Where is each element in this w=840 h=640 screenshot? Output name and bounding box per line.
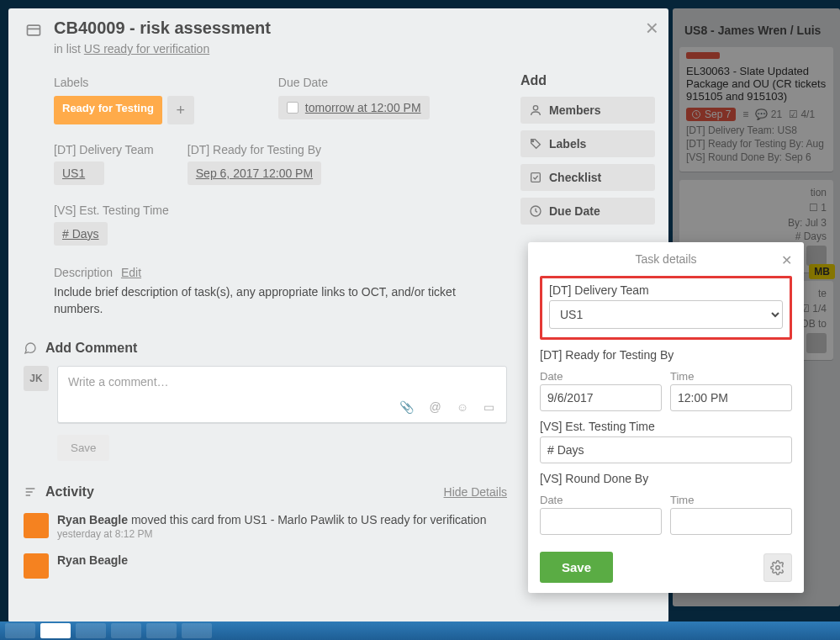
labels-heading: Labels [54, 76, 194, 89]
member-avatar [24, 553, 49, 579]
svg-point-7 [532, 140, 534, 142]
testing-time-input[interactable] [540, 436, 792, 463]
clock-icon [529, 204, 542, 218]
svg-point-10 [776, 565, 780, 569]
members-button[interactable]: Members [520, 97, 655, 124]
tag-icon [529, 137, 542, 151]
cf-value-ready-by[interactable]: Sep 6, 2017 12:00 PM [188, 161, 321, 185]
ready-by-date-input[interactable] [540, 384, 662, 411]
labels-button[interactable]: Labels [520, 130, 655, 157]
activity-icon [24, 485, 37, 499]
round-done-time-input[interactable] [670, 508, 792, 535]
activity-time: yesterday at 8:12 PM [57, 528, 486, 540]
field-label: [VS] Est. Testing Time [540, 420, 792, 433]
comment-placeholder: Write a comment… [68, 375, 496, 395]
in-list: in list US ready for verification [54, 42, 507, 56]
emoji-icon[interactable]: ☺ [457, 400, 468, 414]
ready-by-time-input[interactable] [670, 384, 792, 411]
cf-value-testing-time[interactable]: # Days [54, 222, 108, 246]
task-details-popover: Task details ✕ [DT] Delivery Team US1 [D… [528, 242, 804, 593]
edit-description-link[interactable]: Edit [121, 266, 141, 279]
date-label: Date [540, 494, 662, 506]
mention-icon[interactable]: @ [429, 400, 441, 414]
due-date-heading: Due Date [278, 76, 430, 89]
taskbar-item[interactable] [5, 623, 35, 638]
close-icon[interactable]: × [646, 15, 658, 41]
delivery-team-select[interactable]: US1 [549, 300, 783, 329]
checklist-icon [529, 171, 542, 184]
card-title[interactable]: CB40009 - risk assessment [54, 19, 271, 38]
svg-rect-8 [531, 173, 541, 182]
label-ready-for-testing[interactable]: Ready for Testing [54, 96, 162, 124]
description-heading: Description [54, 266, 113, 279]
svg-rect-1 [28, 25, 40, 35]
taskbar-item[interactable] [40, 623, 71, 638]
cf-value-delivery-team[interactable]: US1 [54, 161, 104, 185]
list-link[interactable]: US ready for verification [84, 42, 209, 56]
taskbar [0, 621, 840, 640]
taskbar-item[interactable] [76, 623, 106, 638]
due-date-button[interactable]: Due Date [520, 198, 655, 225]
comment-tools: 📎 @ ☺ ▭ [68, 395, 496, 419]
taskbar-item[interactable] [111, 623, 141, 638]
card-icon [24, 22, 44, 39]
save-comment-button: Save [57, 435, 109, 461]
due-date-value: tomorrow at 12:00 PM [305, 101, 421, 114]
description-body[interactable]: Include brief description of task(s), an… [54, 284, 507, 317]
comment-icon [24, 341, 37, 355]
field-label: [DT] Ready for Testing By [540, 348, 792, 362]
member-avatar [24, 513, 49, 538]
card-ref-icon[interactable]: ▭ [483, 400, 494, 414]
activity-item: Ryan Beagle [24, 553, 507, 579]
popover-title: Task details ✕ [540, 252, 792, 272]
cf-label: [DT] Ready for Testing By [188, 143, 321, 156]
due-checkbox[interactable] [287, 102, 298, 114]
checklist-button[interactable]: Checklist [520, 164, 655, 191]
date-label: Date [540, 370, 662, 383]
field-label: [VS] Round Done By [540, 472, 792, 485]
taskbar-item[interactable] [146, 623, 177, 638]
activity-item: Ryan Beagle moved this card from US1 - M… [24, 513, 507, 540]
activity-actor: Ryan Beagle [57, 553, 128, 567]
person-icon [529, 103, 542, 117]
close-icon[interactable]: ✕ [781, 252, 792, 268]
time-label: Time [670, 494, 792, 506]
add-comment-heading: Add Comment [45, 341, 137, 356]
taskbar-item[interactable] [182, 623, 212, 638]
cf-label: [VS] Est. Testing Time [54, 204, 169, 217]
delivery-team-highlight: [DT] Delivery Team US1 [540, 276, 792, 340]
add-heading: Add [520, 73, 655, 88]
field-label: [DT] Delivery Team [549, 283, 783, 297]
svg-point-6 [533, 106, 537, 110]
modal-main: CB40009 - risk assessment in list US rea… [24, 19, 507, 612]
user-avatar: JK [24, 366, 49, 391]
cf-label: [DT] Delivery Team [54, 143, 154, 156]
activity-actor: Ryan Beagle [57, 513, 128, 526]
activity-heading: Activity [45, 484, 94, 500]
hide-details-link[interactable]: Hide Details [444, 485, 507, 499]
time-label: Time [670, 370, 792, 383]
round-done-date-input[interactable] [540, 508, 662, 535]
add-label-button[interactable]: + [167, 96, 194, 124]
attachment-icon[interactable]: 📎 [399, 400, 414, 414]
gear-icon[interactable] [763, 553, 792, 582]
comment-input[interactable]: Write a comment… 📎 @ ☺ ▭ [57, 366, 507, 423]
save-button[interactable]: Save [540, 552, 613, 583]
due-date-box[interactable]: tomorrow at 12:00 PM [278, 96, 430, 119]
